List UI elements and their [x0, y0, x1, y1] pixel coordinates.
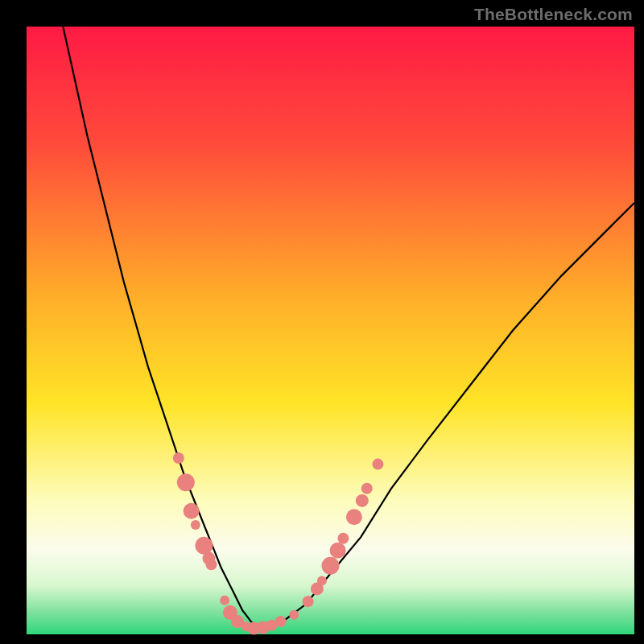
marker-dot [206, 559, 217, 570]
marker-dot [372, 459, 383, 470]
watermark-text: TheBottleneck.com [474, 5, 633, 24]
gradient-background [27, 27, 634, 634]
marker-dot [303, 596, 314, 607]
marker-dot [361, 483, 373, 494]
bottleneck-chart [0, 0, 644, 644]
marker-dot [220, 596, 229, 605]
marker-dot [322, 557, 340, 575]
marker-dot [177, 473, 195, 491]
image-root: TheBottleneck.com [0, 0, 644, 644]
marker-dot [317, 576, 327, 586]
marker-dot [184, 503, 200, 519]
marker-dot [330, 543, 346, 559]
marker-dot [346, 509, 362, 525]
marker-dot [356, 494, 369, 507]
marker-dot [275, 616, 287, 627]
marker-dot [196, 537, 213, 555]
marker-dot [191, 520, 200, 530]
marker-dot [337, 533, 349, 544]
marker-dot [173, 452, 184, 464]
marker-dot [289, 610, 299, 620]
